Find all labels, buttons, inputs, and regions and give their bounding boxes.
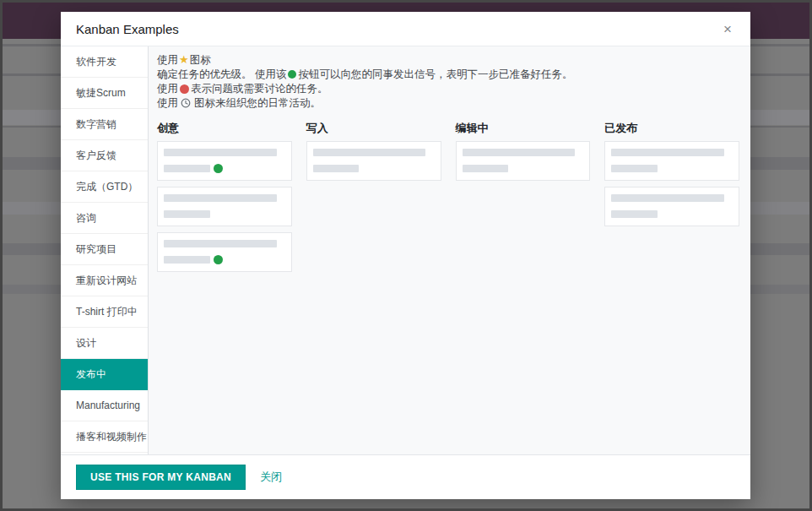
description-text: 确定任务的优先级。 使用该 (157, 68, 286, 80)
column-title: 写入 (306, 121, 441, 136)
green-dot-icon (214, 255, 223, 264)
sidebar-item-0[interactable]: 软件开发 (61, 46, 148, 78)
description-text: 使用 (157, 97, 181, 109)
placeholder-bar (463, 165, 509, 172)
placeholder-bar (164, 210, 210, 218)
kanban-card-placeholder (604, 141, 739, 181)
column-title: 创意 (157, 121, 292, 136)
sidebar-item-3[interactable]: 客户反馈 (61, 140, 148, 171)
sidebar-item-8[interactable]: T-shirt 打印中 (61, 296, 148, 328)
placeholder-row (164, 209, 285, 219)
placeholder-bar (164, 149, 277, 156)
description-text: 表示问题或需要讨论的任务。 (191, 83, 328, 95)
description-line: 使用 图标来组织您的日常活动。 (157, 96, 739, 112)
dialog-body: 软件开发敏捷Scrum数字营销客户反馈完成（GTD）咨询研究项目重新设计网站T-… (61, 46, 750, 454)
column-title: 编辑中 (456, 121, 591, 136)
kanban-preview-board: 创意写入编辑中已发布 (157, 121, 739, 278)
example-preview-panel: 使用★图标确定任务的优先级。 使用该按钮可以向您的同事发出信号，表明下一步已准备… (149, 46, 750, 454)
placeholder-bar (164, 194, 277, 202)
close-icon[interactable]: × (720, 20, 735, 38)
placeholder-bar (164, 165, 210, 172)
description-text: 使用 (157, 54, 178, 66)
screen-background: Kanban Examples × 软件开发敏捷Scrum数字营销客户反馈完成（… (0, 0, 812, 511)
sidebar-item-12[interactable]: 播客和视频制作 (61, 421, 148, 453)
kanban-card-placeholder (306, 141, 441, 181)
description-text: 使用 (157, 83, 178, 95)
kanban-card-placeholder (456, 141, 591, 181)
placeholder-row (611, 164, 733, 173)
description-text: 图标 (190, 54, 211, 66)
placeholder-row (463, 164, 584, 173)
placeholder-bar (611, 149, 724, 156)
kanban-card-placeholder (157, 187, 292, 226)
sidebar-item-10[interactable]: 发布中 (61, 359, 148, 390)
dialog-header: Kanban Examples × (61, 12, 750, 46)
dialog-title: Kanban Examples (76, 22, 179, 36)
kanban-column: 编辑中 (456, 121, 591, 187)
placeholder-bar (611, 194, 724, 202)
sidebar-item-9[interactable]: 设计 (61, 328, 148, 359)
green-dot-icon (288, 70, 296, 79)
placeholder-bar (164, 240, 277, 247)
sidebar-item-11[interactable]: Manufacturing (61, 390, 148, 421)
sidebar-item-4[interactable]: 完成（GTD） (61, 171, 148, 203)
kanban-card-placeholder (604, 187, 739, 226)
placeholder-bar (313, 149, 426, 156)
placeholder-bar (611, 210, 658, 218)
sidebar-item-5[interactable]: 咨询 (61, 203, 148, 234)
description-line: 确定任务的优先级。 使用该按钮可以向您的同事发出信号，表明下一步已准备好任务。 (157, 68, 739, 82)
kanban-examples-dialog: Kanban Examples × 软件开发敏捷Scrum数字营销客户反馈完成（… (61, 12, 750, 499)
clock-icon (181, 98, 191, 112)
placeholder-row (164, 255, 285, 264)
close-link[interactable]: 关闭 (260, 470, 282, 485)
sidebar-item-6[interactable]: 研究项目 (61, 234, 148, 265)
placeholder-row (313, 164, 435, 173)
kanban-card-placeholder (157, 232, 292, 272)
star-icon: ★ (179, 52, 189, 67)
placeholder-row (164, 164, 285, 173)
red-dot-icon (180, 84, 189, 94)
use-this-for-my-kanban-button[interactable]: USE THIS FOR MY KANBAN (76, 465, 246, 490)
example-description: 使用★图标确定任务的优先级。 使用该按钮可以向您的同事发出信号，表明下一步已准备… (157, 52, 739, 112)
placeholder-bar (463, 149, 576, 156)
description-line: 使用表示问题或需要讨论的任务。 (157, 82, 739, 96)
placeholder-bar (611, 165, 658, 172)
green-dot-icon (214, 164, 223, 173)
column-title: 已发布 (604, 121, 739, 136)
sidebar-item-7[interactable]: 重新设计网站 (61, 265, 148, 296)
placeholder-bar (164, 256, 210, 264)
description-text: 图标来组织您的日常活动。 (191, 97, 320, 109)
kanban-column: 创意 (157, 121, 292, 278)
kanban-column: 写入 (306, 121, 441, 187)
description-line: 使用★图标 (157, 52, 739, 68)
kanban-card-placeholder (157, 141, 292, 181)
dialog-footer: USE THIS FOR MY KANBAN 关闭 (61, 454, 750, 499)
placeholder-row (611, 209, 733, 219)
kanban-column: 已发布 (604, 121, 739, 232)
sidebar-item-1[interactable]: 敏捷Scrum (61, 78, 148, 109)
examples-sidebar: 软件开发敏捷Scrum数字营销客户反馈完成（GTD）咨询研究项目重新设计网站T-… (61, 46, 149, 454)
sidebar-item-2[interactable]: 数字营销 (61, 109, 148, 140)
placeholder-bar (313, 165, 360, 172)
description-text: 按钮可以向您的同事发出信号，表明下一步已准备好任务。 (298, 68, 572, 80)
